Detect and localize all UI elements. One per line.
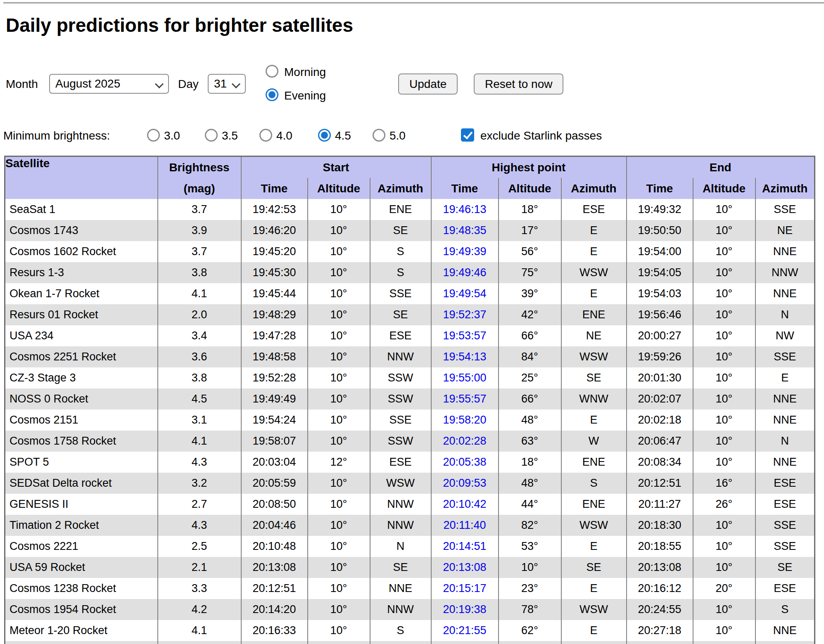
end-altitude: 26° [693,494,755,515]
highest-time-link[interactable]: 19:49:39 [431,241,499,262]
table-row: Cosmos 21513.119:54:2410°SSE19:58:2048°E… [5,410,815,431]
end-altitude: 10° [693,599,755,620]
reset-to-now-button[interactable]: Reset to now [474,73,563,95]
highest-time-link[interactable]: 20:10:42 [431,494,499,515]
day-label: Day [178,78,199,91]
minimum-brightness-label: Minimum brightness: [3,129,110,142]
highest-time-link[interactable]: 19:46:13 [431,199,499,220]
highest-time-link[interactable]: 20:09:53 [431,473,499,494]
highest-time-link[interactable]: 20:19:38 [431,599,499,620]
update-button[interactable]: Update [398,73,458,95]
satellite-name: SPOT 5 [5,452,158,473]
end-azimuth: NNW [755,262,815,283]
highest-altitude: 17° [499,220,561,241]
start-altitude: 10° [308,620,370,641]
highest-time-link[interactable]: 19:58:20 [431,410,499,431]
header-end-azimuth: Azimuth [755,178,815,199]
start-time [241,641,308,644]
month-select[interactable]: August 2025 [49,74,169,94]
morning-radio[interactable] [266,65,278,78]
header-highest-time: Time [431,178,499,199]
highest-time-link[interactable]: 19:52:37 [431,304,499,325]
start-altitude: 10° [308,410,370,431]
start-azimuth: NNW [370,515,431,536]
brightness-radio-3.0[interactable] [147,129,160,142]
highest-time-link[interactable]: 20:21:55 [431,620,499,641]
highest-time-link[interactable]: 20:11:40 [431,515,499,536]
table-row: Cosmos 2251 Rocket3.619:48:5810°NNW19:54… [5,346,815,367]
end-time: 20:00:27 [627,325,693,346]
start-time: 19:48:29 [241,304,308,325]
start-azimuth: SSE [370,283,431,304]
start-altitude: 10° [308,431,370,452]
end-time: 20:06:47 [627,431,693,452]
brightness-mag: 4.3 [158,452,241,473]
start-azimuth: N [370,536,431,557]
end-azimuth: NNE [755,241,815,262]
table-row: Timation 2 Rocket4.320:04:4610°NNW20:11:… [5,515,815,536]
start-time: 20:12:51 [241,578,308,599]
highest-time-link[interactable]: 19:48:35 [431,220,499,241]
start-time: 19:47:28 [241,325,308,346]
start-azimuth: SE [370,557,431,578]
start-azimuth: S [370,262,431,283]
highest-time-link[interactable]: 20:15:17 [431,578,499,599]
header-satellite: Satellite [5,156,158,199]
highest-altitude: 82° [499,515,561,536]
highest-altitude: 18° [499,452,561,473]
start-azimuth: ESE [370,452,431,473]
end-azimuth: SSE [755,199,815,220]
page-title: Daily predictions for brighter satellite… [6,14,353,36]
end-altitude: 10° [693,452,755,473]
header-end-altitude: Altitude [693,178,755,199]
exclude-starlink-checkbox[interactable] [461,128,474,142]
month-select-value: August 2025 [55,77,120,90]
highest-time-link[interactable]: 20:14:51 [431,536,499,557]
highest-time-link[interactable]: 19:54:13 [431,346,499,367]
highest-time-link[interactable]: 19:53:57 [431,325,499,346]
table-row: Okean 1-7 Rocket4.119:45:4410°SSE19:49:5… [5,283,815,304]
highest-altitude: 23° [499,578,561,599]
highest-altitude: 84° [499,346,561,367]
end-time: 20:24:55 [627,599,693,620]
brightness-radio-4.0[interactable] [259,129,272,142]
start-altitude: 10° [308,367,370,388]
satellite-name: Cosmos 1743 [5,220,158,241]
highest-time-link[interactable]: 20:02:28 [431,431,499,452]
end-time: 19:54:03 [627,283,693,304]
highest-time-link [431,641,499,644]
header-start-altitude: Altitude [308,178,370,199]
highest-azimuth: E [561,410,627,431]
brightness-mag [158,641,241,644]
end-altitude: 10° [693,304,755,325]
start-time: 20:16:33 [241,620,308,641]
highest-time-link[interactable]: 19:55:57 [431,388,499,410]
satellite-name: Resurs 1-3 [5,262,158,283]
end-azimuth: SSE [755,346,815,367]
evening-radio[interactable] [266,88,278,101]
brightness-mag: 4.1 [158,620,241,641]
end-altitude: 10° [693,515,755,536]
end-time: 20:11:27 [627,494,693,515]
brightness-mag: 4.1 [158,283,241,304]
brightness-radio-5.0[interactable] [373,129,385,142]
highest-time-link[interactable]: 20:05:38 [431,452,499,473]
start-altitude: 10° [308,388,370,410]
day-select[interactable]: 31 [208,74,246,94]
brightness-mag: 2.0 [158,304,241,325]
highest-time-link[interactable]: 19:49:54 [431,283,499,304]
brightness-radio-3.5[interactable] [205,129,218,142]
highest-azimuth: E [561,283,627,304]
end-time: 19:59:26 [627,346,693,367]
end-altitude: 10° [693,367,755,388]
highest-time-link[interactable]: 20:13:08 [431,557,499,578]
highest-time-link[interactable]: 19:55:00 [431,367,499,388]
highest-time-link[interactable]: 19:49:46 [431,262,499,283]
table-row: Cosmos 17433.919:46:2010°SE19:48:3517°E1… [5,220,815,241]
end-time: 20:08:34 [627,452,693,473]
brightness-radio-4.5[interactable] [318,129,331,142]
brightness-mag: 3.8 [158,262,241,283]
end-altitude: 10° [693,410,755,431]
start-azimuth: SSW [370,367,431,388]
start-time: 19:45:44 [241,283,308,304]
